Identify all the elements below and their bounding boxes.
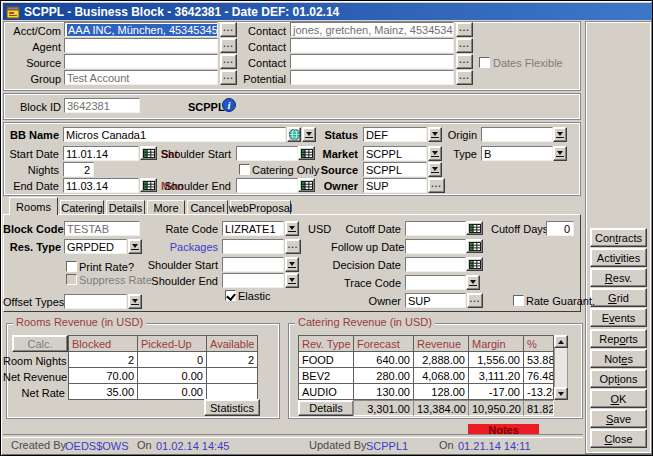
decision-date-field[interactable] [405, 257, 466, 272]
tab-webproposal[interactable]: webProposal [230, 200, 291, 214]
title-bar[interactable]: SCPPL - Business Block - 3642381 - Date … [3, 3, 652, 20]
close-button[interactable]: Close [590, 429, 647, 448]
tab-shoulder-end-dropdown-button[interactable] [285, 273, 299, 288]
scroll-down-button[interactable] [554, 387, 568, 400]
bb-name-field[interactable]: Micros Canada1 [63, 127, 286, 142]
type-dropdown-button[interactable] [553, 146, 567, 161]
tab-catering[interactable]: Catering [60, 200, 104, 214]
group-field[interactable]: Test Account [64, 70, 218, 85]
catering-row2-rev-type[interactable]: BEV2 [298, 367, 354, 384]
nights-field[interactable]: 2 [63, 162, 94, 177]
potential-lov-button[interactable]: ... [456, 70, 473, 85]
tab-shoulder-start-field[interactable] [222, 257, 284, 272]
block-id-field[interactable]: 3642381 [64, 98, 140, 113]
bb-source-field[interactable]: SCPPL [363, 162, 427, 177]
cutoff-date-calendar-button[interactable] [466, 221, 483, 235]
resv-button[interactable]: Resv. [590, 268, 647, 287]
catering-row3-forecast[interactable]: 130.00 [353, 383, 414, 400]
tab-owner-field[interactable]: SUP [405, 293, 466, 308]
market-field[interactable]: SCPPL [363, 146, 427, 161]
origin-field[interactable] [481, 127, 553, 142]
catering-row1-margin[interactable]: 1,556.00 [468, 351, 524, 368]
translate-button[interactable] [287, 127, 301, 142]
origin-dropdown-button[interactable] [553, 127, 567, 142]
catering-row3-revenue[interactable]: 128.00 [413, 383, 469, 400]
activities-button[interactable]: Activities [590, 248, 647, 267]
start-date-calendar-button[interactable] [140, 146, 157, 160]
grid-button[interactable]: Grid [590, 288, 647, 307]
shoulder-start-field[interactable] [236, 146, 298, 161]
decision-date-calendar-button[interactable] [466, 257, 483, 271]
tab-cancel[interactable]: Cancel [187, 200, 228, 214]
market-dropdown-button[interactable] [428, 146, 442, 161]
save-button[interactable]: Save [590, 409, 647, 428]
type-field[interactable]: B [481, 146, 553, 161]
potential-field[interactable] [290, 70, 454, 85]
details-button[interactable]: Details [298, 400, 354, 416]
offset-types-dropdown-button[interactable] [128, 294, 142, 309]
packages-lov-button[interactable]: ... [285, 239, 301, 254]
tab-more[interactable]: More [147, 200, 185, 214]
bb-owner-field[interactable]: SUP [363, 178, 427, 193]
catering-row1-percent[interactable]: 53.88 [523, 351, 554, 368]
contact3-lov-button[interactable]: ... [456, 54, 473, 69]
catering-row3-margin[interactable]: -17.00 [468, 383, 524, 400]
trace-code-dropdown-button[interactable] [466, 275, 480, 290]
source-field[interactable] [64, 54, 218, 69]
elastic-checkbox[interactable] [225, 290, 236, 301]
status-field[interactable]: DEF [363, 127, 427, 142]
rate-code-dropdown-button[interactable] [285, 221, 299, 236]
bb-owner-lov-button[interactable]: ... [428, 178, 445, 193]
follow-up-date-calendar-button[interactable] [466, 239, 483, 253]
follow-up-date-field[interactable] [405, 239, 466, 254]
block-code-field[interactable]: TESTAB [64, 221, 140, 236]
contracts-button[interactable]: Contracts [590, 228, 647, 247]
end-date-field[interactable]: 11.03.14 [63, 178, 139, 193]
tab-shoulder-end-field[interactable] [222, 273, 284, 288]
status-dropdown-button[interactable] [428, 127, 442, 142]
tab-rooms[interactable]: Rooms [9, 197, 58, 215]
catering-row2-revenue[interactable]: 4,068.00 [413, 367, 469, 384]
catering-row3-rev-type[interactable]: AUDIO [298, 383, 354, 400]
tab-shoulder-start-dropdown-button[interactable] [285, 257, 299, 272]
contact2-lov-button[interactable]: ... [456, 38, 473, 53]
catering-row1-forecast[interactable]: 640.00 [353, 351, 414, 368]
acct-com-field[interactable]: AAA INC, München, 45345345 [64, 22, 218, 37]
bb-source-dropdown-button[interactable] [428, 162, 442, 177]
cutoff-days-field[interactable]: 0 [546, 221, 574, 236]
catering-row3-percent[interactable]: -13.28 [523, 383, 554, 400]
offset-types-field[interactable] [64, 294, 127, 309]
catering-row2-percent[interactable]: 76.48 [523, 367, 554, 384]
reports-button[interactable]: Reports [590, 329, 647, 348]
calc-button[interactable]: Calc. [12, 335, 68, 352]
bb-name-dropdown-button[interactable] [302, 127, 316, 142]
statistics-button[interactable]: Statistics [204, 399, 260, 416]
scroll-up-button[interactable] [554, 335, 568, 348]
tab-owner-lov-button[interactable]: ... [467, 293, 483, 308]
contact3-field[interactable] [290, 54, 454, 69]
shoulder-end-calendar-button[interactable] [298, 178, 315, 192]
contact1-field[interactable]: jones, gretchen, Mainz, 45345345 [290, 22, 454, 37]
res-type-field[interactable]: GRPDED [64, 239, 127, 254]
info-icon[interactable]: i [222, 98, 236, 112]
cutoff-date-field[interactable] [405, 221, 466, 236]
tab-details[interactable]: Details [106, 200, 145, 214]
catering-row2-forecast[interactable]: 280.00 [353, 367, 414, 384]
rate-guarant-checkbox[interactable] [513, 295, 524, 306]
packages-field[interactable] [222, 239, 284, 254]
print-rate-checkbox[interactable] [66, 261, 77, 272]
catering-row2-margin[interactable]: 3,111.20 [468, 367, 524, 384]
contact2-field[interactable] [290, 38, 454, 53]
catering-row1-rev-type[interactable]: FOOD [298, 351, 354, 368]
shoulder-start-calendar-button[interactable] [298, 146, 315, 160]
trace-code-field[interactable] [405, 275, 466, 290]
catering-row1-revenue[interactable]: 2,888.00 [413, 351, 469, 368]
catering-only-checkbox[interactable] [239, 164, 250, 175]
agent-field[interactable] [64, 38, 218, 53]
dates-flexible-checkbox[interactable] [479, 57, 490, 68]
contact1-lov-button[interactable]: ... [456, 22, 473, 37]
start-date-field[interactable]: 11.01.14 [63, 146, 139, 161]
ok-button[interactable]: OK [590, 389, 647, 408]
rate-code-field[interactable]: LIZRATE1 [222, 221, 284, 236]
events-button[interactable]: Events [590, 308, 647, 327]
